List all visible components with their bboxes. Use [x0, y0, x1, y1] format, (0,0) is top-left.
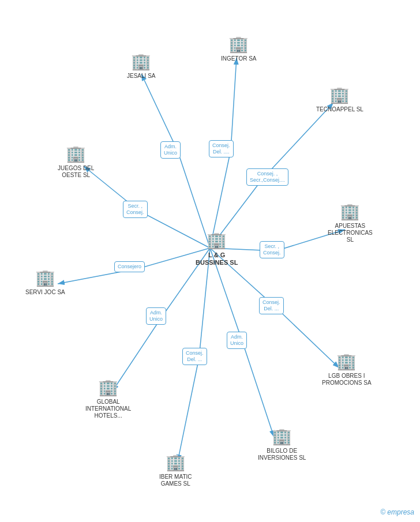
- building-icon-center: 🏢: [207, 231, 227, 250]
- role-secr-consej-2: Secr. ,Consej.: [260, 241, 284, 258]
- node-global: 🏢 GLOBAL INTERNATIONAL HOTELS...: [85, 378, 131, 419]
- node-ingetor: 🏢 INGETOR SA: [221, 35, 257, 62]
- role-adm-unico-3: Adm.Unico: [227, 332, 247, 349]
- role-adm-unico-1: Adm.Unico: [160, 141, 181, 159]
- role-secr-consej-1: Secr. ,Consej.: [123, 201, 148, 218]
- role-adm-unico-2: Adm.Unico: [146, 307, 166, 325]
- node-bilglo: 🏢 BILGLO DE INVERSIONES SL: [258, 427, 306, 461]
- role-consej-secr: Consej. ,Secr.,Consej....: [246, 168, 288, 186]
- role-consej-del-1: Consej.Del. ....: [209, 140, 234, 157]
- watermark: © empresa: [380, 508, 414, 516]
- node-tecnoappel: 🏢 TECNOAPPEL SL: [316, 85, 363, 113]
- node-servijoc: 🏢 SERVI JOC SA: [25, 268, 65, 296]
- node-jesali: 🏢 JESALI SA: [127, 52, 155, 80]
- node-center: 🏢 L & G BUSSINES SL: [196, 231, 238, 266]
- role-consej-del-2: Consej.Del. ...: [182, 348, 207, 365]
- diagram-container: 🏢 L & G BUSSINES SL 🏢 JESALI SA 🏢 INGETO…: [0, 0, 420, 522]
- role-consejero: Consejero: [114, 261, 145, 272]
- node-ibermatic: 🏢 IBER MATIC GAMES SL: [159, 453, 192, 487]
- node-lgbobres: 🏢 LGB OBRES I PROMOCIONS SA: [322, 352, 372, 386]
- node-label-center: L & G BUSSINES SL: [196, 251, 238, 266]
- node-apuestas: 🏢 APUESTAS ELECTRONICAS SL: [328, 202, 373, 243]
- role-consej-del-3: Consej.Del. ...: [259, 297, 284, 314]
- node-juegos: 🏢 JUEGOS DEL OESTE SL: [58, 144, 94, 179]
